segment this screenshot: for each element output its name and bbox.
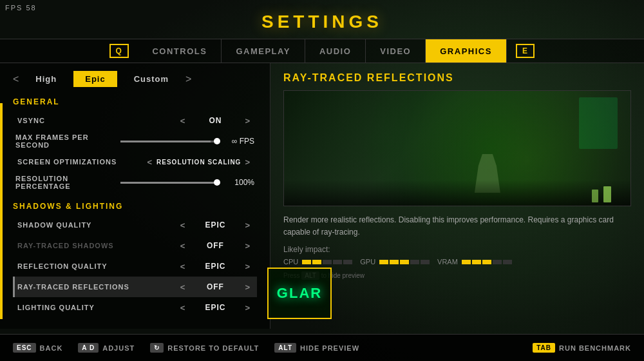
screenopt-right-arrow[interactable]: >	[245, 157, 251, 167]
setting-reflection-quality: REFLECTION QUALITY < Epic >	[13, 256, 257, 277]
general-header: GENERAL	[13, 92, 257, 110]
action-hide-preview: ALT HIDE PREVIEW	[274, 343, 359, 353]
game-panel-text: GLAR	[277, 285, 322, 302]
rayrefl-right-arrow[interactable]: >	[245, 282, 251, 292]
action-benchmark: TAB RUN BENCHMARK	[533, 343, 631, 353]
nav-item-graphics[interactable]: GRAPHICS	[426, 39, 507, 63]
lightq-right-arrow[interactable]: >	[245, 303, 251, 313]
impact-label: Likely impact:	[283, 245, 631, 254]
reflq-right-arrow[interactable]: >	[245, 262, 251, 271]
preset-epic[interactable]: Epic	[73, 71, 117, 87]
cpu-bars	[302, 260, 352, 264]
nav-bar: Q CONTROLS GAMEPLAY AUDIO VIDEO GRAPHICS…	[0, 39, 644, 63]
vram-bars	[462, 260, 512, 264]
impact-vram: VRAM	[437, 258, 512, 266]
shadowq-left-arrow[interactable]: <	[180, 220, 186, 230]
key-ad: A D	[78, 343, 99, 353]
left-panel: < High Epic Custom > GENERAL VSYNC < On …	[0, 63, 270, 329]
action-adjust: A D ADJUST	[78, 343, 135, 353]
setting-screen-opt: SCREEN OPTIMIZATIONS < RESOLUTION SCALIN…	[13, 151, 257, 172]
key-restore-icon: ↻	[150, 343, 164, 353]
preset-custom[interactable]: Custom	[122, 71, 180, 87]
nav-key-right[interactable]: E	[507, 39, 544, 63]
setting-shadow-quality: SHADOW QUALITY < Epic >	[13, 215, 257, 235]
key-alt: ALT	[274, 343, 296, 353]
key-tab: TAB	[533, 343, 555, 353]
key-esc: ESC	[13, 343, 36, 353]
reflq-left-arrow[interactable]: <	[180, 262, 186, 271]
preset-next-arrow[interactable]: >	[185, 73, 191, 85]
action-back: ESC BACK	[13, 343, 62, 353]
setting-resolution: RESOLUTION PERCENTAGE 100%	[13, 172, 257, 193]
yellow-accent-bar	[0, 103, 3, 319]
nav-item-audio[interactable]: AUDIO	[305, 39, 366, 63]
preview-image	[283, 90, 631, 206]
preview-title: RAY-TRACED REFLECTIONS	[283, 72, 631, 84]
rayrefl-left-arrow[interactable]: <	[180, 282, 186, 292]
preset-row: < High Epic Custom >	[13, 63, 257, 92]
preview-description: Render more realistic reflections. Disab…	[283, 214, 631, 239]
setting-max-frames: MAX FRAMES PER SECOND ∞ FPS	[13, 131, 257, 151]
screenopt-left-arrow[interactable]: <	[147, 157, 153, 167]
impact-gpu: GPU	[360, 258, 430, 266]
fps-counter: FPS 58	[5, 4, 37, 12]
resolution-track[interactable]	[120, 182, 220, 184]
nav-item-video[interactable]: VIDEO	[366, 39, 426, 63]
vsync-right-arrow[interactable]: >	[245, 116, 251, 126]
nav-key-left[interactable]: Q	[100, 39, 138, 63]
setting-ray-reflections[interactable]: RAY-TRACED REFLECTIONS < Off >	[13, 277, 257, 297]
setting-ray-shadows: RAY-TRACED SHADOWS < Off >	[13, 235, 257, 256]
nav-item-controls[interactable]: CONTROLS	[138, 39, 222, 63]
lightq-left-arrow[interactable]: <	[180, 303, 186, 313]
action-restore: ↻ RESTORE TO DEFAULT	[150, 343, 259, 353]
vsync-left-arrow[interactable]: <	[180, 116, 186, 126]
bottom-bar: ESC BACK A D ADJUST ↻ RESTORE TO DEFAULT…	[0, 334, 644, 361]
game-panel: GLAR	[267, 268, 332, 319]
max-frames-track[interactable]	[120, 141, 220, 142]
preset-prev-arrow[interactable]: <	[13, 73, 19, 85]
preset-high[interactable]: High	[24, 71, 68, 87]
setting-vsync: VSYNC < On >	[13, 110, 257, 131]
impact-cpu: CPU	[283, 258, 352, 266]
setting-lighting-quality: LIGHTING QUALITY < Epic >	[13, 297, 257, 318]
shadows-header: SHADOWS & LIGHTING	[13, 197, 257, 215]
gpu-bars	[379, 260, 430, 264]
nav-item-gameplay[interactable]: GAMEPLAY	[222, 39, 305, 63]
hide-preview-hint: Press ALT to hide preview	[283, 272, 631, 279]
page-title: SETTINGS	[0, 0, 644, 32]
impact-row: CPU GPU	[283, 258, 631, 266]
shadowq-right-arrow[interactable]: >	[245, 220, 251, 230]
